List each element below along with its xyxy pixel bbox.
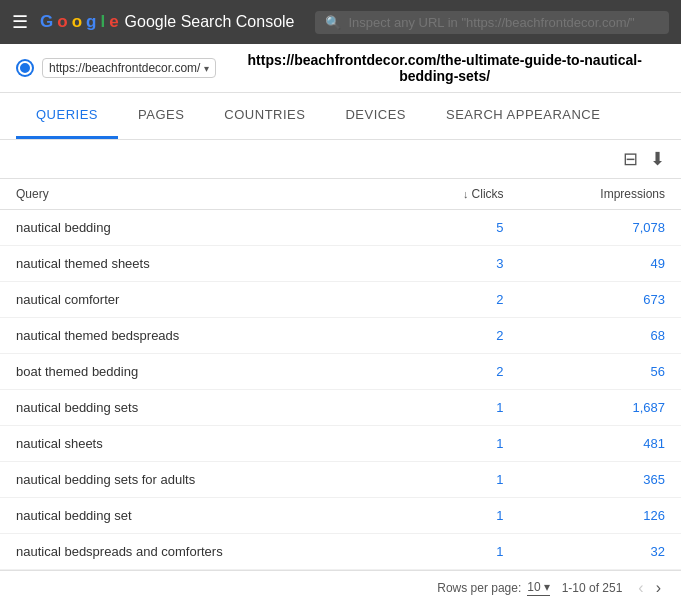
table-row: nautical bedding 5 7,078 (0, 210, 681, 246)
cell-clicks: 1 (399, 426, 520, 462)
cell-impressions: 673 (520, 282, 681, 318)
tab-queries[interactable]: QUERIES (16, 93, 118, 139)
cell-query: nautical bedding set (0, 498, 399, 534)
table-row: nautical sheets 1 481 (0, 426, 681, 462)
site-url-display: https://beachfrontdecor.com/ (49, 61, 200, 75)
app-logo: Google Google Search Console (40, 12, 295, 32)
search-input[interactable] (349, 15, 660, 30)
table-row: nautical bedding sets 1 1,687 (0, 390, 681, 426)
download-icon[interactable]: ⬇ (650, 148, 665, 170)
cell-clicks: 1 (399, 462, 520, 498)
filter-icon[interactable]: ⊟ (623, 148, 638, 170)
cell-impressions: 49 (520, 246, 681, 282)
table-row: nautical themed bedspreads 2 68 (0, 318, 681, 354)
sort-arrow-icon: ↓ (463, 188, 469, 200)
page-nav-controls: ‹ › (634, 579, 665, 597)
tab-countries[interactable]: COUNTRIES (204, 93, 325, 139)
cell-clicks: 1 (399, 534, 520, 570)
rows-per-page-chevron-icon: ▾ (544, 580, 550, 594)
menu-icon[interactable]: ☰ (12, 11, 28, 33)
cell-query: nautical sheets (0, 426, 399, 462)
cell-clicks: 1 (399, 498, 520, 534)
table-row: nautical comforter 2 673 (0, 282, 681, 318)
next-page-button[interactable]: › (652, 579, 665, 597)
cell-impressions: 7,078 (520, 210, 681, 246)
chevron-down-icon: ▾ (204, 63, 209, 74)
rows-per-page-selector[interactable]: 10 ▾ (527, 580, 549, 596)
page-info: 1-10 of 251 (562, 581, 623, 595)
site-favicon (16, 59, 34, 77)
inspected-url: https://beachfrontdecor.com/the-ultimate… (224, 52, 665, 84)
url-search-bar[interactable]: 🔍 (315, 11, 670, 34)
rows-per-page-label: Rows per page: (437, 581, 521, 595)
site-selector[interactable]: https://beachfrontdecor.com/ ▾ (42, 58, 216, 78)
cell-query: boat themed bedding (0, 354, 399, 390)
cell-clicks: 2 (399, 354, 520, 390)
cell-query: nautical bedding sets (0, 390, 399, 426)
cell-query: nautical themed bedspreads (0, 318, 399, 354)
tab-pages[interactable]: PAGES (118, 93, 204, 139)
col-header-impressions[interactable]: Impressions (520, 179, 681, 210)
app-title: Google Search Console (125, 13, 295, 31)
table-row: nautical bedding set 1 126 (0, 498, 681, 534)
search-icon: 🔍 (325, 15, 341, 30)
col-header-clicks[interactable]: ↓ Clicks (399, 179, 520, 210)
tab-search-appearance[interactable]: SEARCH APPEARANCE (426, 93, 620, 139)
cell-impressions: 365 (520, 462, 681, 498)
table-row: boat themed bedding 2 56 (0, 354, 681, 390)
cell-impressions: 481 (520, 426, 681, 462)
toolbar: ⊟ ⬇ (0, 140, 681, 179)
top-bar: ☰ Google Google Search Console 🔍 (0, 0, 681, 44)
cell-clicks: 2 (399, 318, 520, 354)
cell-query: nautical bedspreads and comforters (0, 534, 399, 570)
cell-query: nautical themed sheets (0, 246, 399, 282)
cell-impressions: 56 (520, 354, 681, 390)
cell-clicks: 3 (399, 246, 520, 282)
table-row: nautical bedspreads and comforters 1 32 (0, 534, 681, 570)
queries-table: Query ↓ Clicks Impressions nautical bedd… (0, 179, 681, 570)
cell-impressions: 32 (520, 534, 681, 570)
data-table-container: Query ↓ Clicks Impressions nautical bedd… (0, 179, 681, 570)
table-row: nautical bedding sets for adults 1 365 (0, 462, 681, 498)
cell-impressions: 126 (520, 498, 681, 534)
cell-query: nautical bedding (0, 210, 399, 246)
cell-clicks: 5 (399, 210, 520, 246)
pagination-bar: Rows per page: 10 ▾ 1-10 of 251 ‹ › (0, 570, 681, 605)
col-header-query: Query (0, 179, 399, 210)
tab-devices[interactable]: DEVICES (325, 93, 426, 139)
cell-clicks: 2 (399, 282, 520, 318)
cell-query: nautical comforter (0, 282, 399, 318)
table-row: nautical themed sheets 3 49 (0, 246, 681, 282)
rows-per-page-control: Rows per page: 10 ▾ (437, 580, 549, 596)
cell-query: nautical bedding sets for adults (0, 462, 399, 498)
rows-per-page-value: 10 (527, 580, 540, 594)
url-bar: https://beachfrontdecor.com/ ▾ https://b… (0, 44, 681, 93)
prev-page-button[interactable]: ‹ (634, 579, 647, 597)
tab-bar: QUERIES PAGES COUNTRIES DEVICES SEARCH A… (0, 93, 681, 140)
cell-clicks: 1 (399, 390, 520, 426)
cell-impressions: 68 (520, 318, 681, 354)
cell-impressions: 1,687 (520, 390, 681, 426)
